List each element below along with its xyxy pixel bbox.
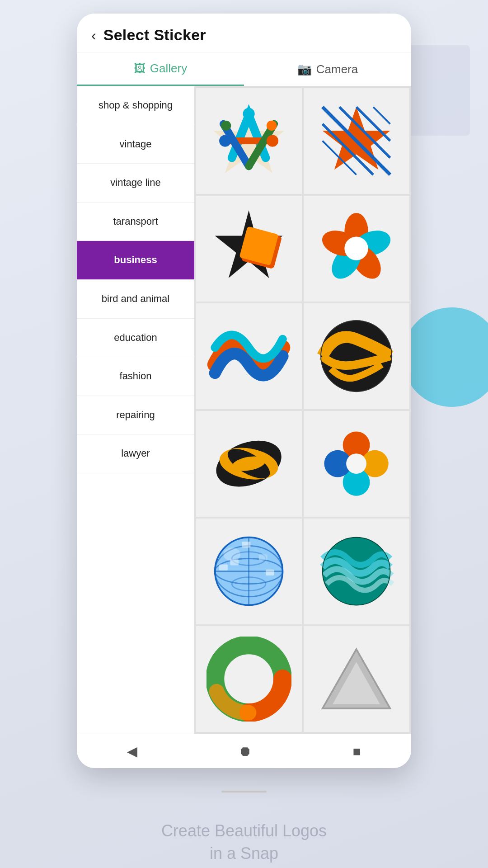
sidebar-item-vintage[interactable]: vintage xyxy=(77,125,194,164)
sticker-1[interactable] xyxy=(196,88,302,194)
sidebar-item-taransport[interactable]: taransport xyxy=(77,203,194,241)
sidebar-item-lawyer[interactable]: lawyer xyxy=(77,434,194,473)
svg-point-2 xyxy=(267,135,278,147)
phone-background: ‹ Select Sticker 🖼 Gallery 📷 Camera shop… xyxy=(0,0,488,868)
sticker-4[interactable] xyxy=(304,196,409,302)
sidebar-item-bird-animal[interactable]: bird and animal xyxy=(77,280,194,319)
sticker-9[interactable] xyxy=(196,519,302,624)
camera-icon: 📷 xyxy=(297,62,312,76)
sticker-7[interactable] xyxy=(196,411,302,517)
svg-point-5 xyxy=(267,121,277,131)
bg-decoration-circle xyxy=(402,307,488,407)
phone-container: ‹ Select Sticker 🖼 Gallery 📷 Camera shop… xyxy=(77,14,411,768)
footer: Create Beautiful Logos in a Snap xyxy=(125,791,363,865)
header: ‹ Select Sticker xyxy=(77,14,411,52)
footer-tagline: Create Beautiful Logos in a Snap xyxy=(125,820,363,865)
page-title: Select Sticker xyxy=(103,26,206,44)
nav-back-button[interactable]: ◀ xyxy=(127,743,137,759)
sidebar-item-vintage-line[interactable]: vintage line xyxy=(77,164,194,203)
tab-gallery-label: Gallery xyxy=(150,61,187,75)
sidebar: shop & shopping vintage vintage line tar… xyxy=(77,86,194,734)
svg-point-33 xyxy=(347,454,367,474)
footer-divider xyxy=(221,791,267,793)
tabs-bar: 🖼 Gallery 📷 Camera xyxy=(77,52,411,86)
sticker-6[interactable] xyxy=(304,303,409,409)
svg-line-10 xyxy=(373,107,390,124)
sticker-grid xyxy=(194,86,411,734)
sidebar-item-education[interactable]: education xyxy=(77,319,194,358)
tagline-line1: Create Beautiful Logos xyxy=(161,821,327,840)
svg-point-3 xyxy=(219,135,231,147)
sticker-3[interactable] xyxy=(196,196,302,302)
back-button[interactable]: ‹ xyxy=(91,28,96,42)
svg-rect-41 xyxy=(219,565,228,571)
tagline-line2: in a Snap xyxy=(210,844,278,863)
sticker-12[interactable] xyxy=(304,626,409,732)
svg-point-47 xyxy=(224,548,240,561)
gallery-icon: 🖼 xyxy=(134,61,145,75)
sidebar-item-fashion[interactable]: fashion xyxy=(77,357,194,396)
svg-point-4 xyxy=(221,121,231,131)
nav-recents-button[interactable]: ■ xyxy=(352,744,361,759)
tab-camera[interactable]: 📷 Camera xyxy=(244,52,411,86)
content-area: shop & shopping vintage vintage line tar… xyxy=(77,86,411,734)
tab-camera-label: Camera xyxy=(316,62,358,76)
sticker-8[interactable] xyxy=(304,411,409,517)
sticker-10[interactable] xyxy=(304,519,409,624)
sticker-5[interactable] xyxy=(196,303,302,409)
sticker-11[interactable] xyxy=(196,626,302,732)
svg-point-1 xyxy=(243,108,255,120)
nav-home-button[interactable]: ⏺ xyxy=(238,744,252,759)
tab-gallery[interactable]: 🖼 Gallery xyxy=(77,52,244,86)
svg-rect-45 xyxy=(266,570,274,576)
svg-rect-43 xyxy=(242,542,251,547)
sidebar-item-repairing[interactable]: repairing xyxy=(77,396,194,435)
sidebar-item-business[interactable]: business xyxy=(77,241,194,280)
bottom-nav: ◀ ⏺ ■ xyxy=(77,734,411,768)
sidebar-item-shop-shopping[interactable]: shop & shopping xyxy=(77,86,194,125)
sticker-2[interactable] xyxy=(304,88,409,194)
svg-rect-44 xyxy=(259,555,267,561)
